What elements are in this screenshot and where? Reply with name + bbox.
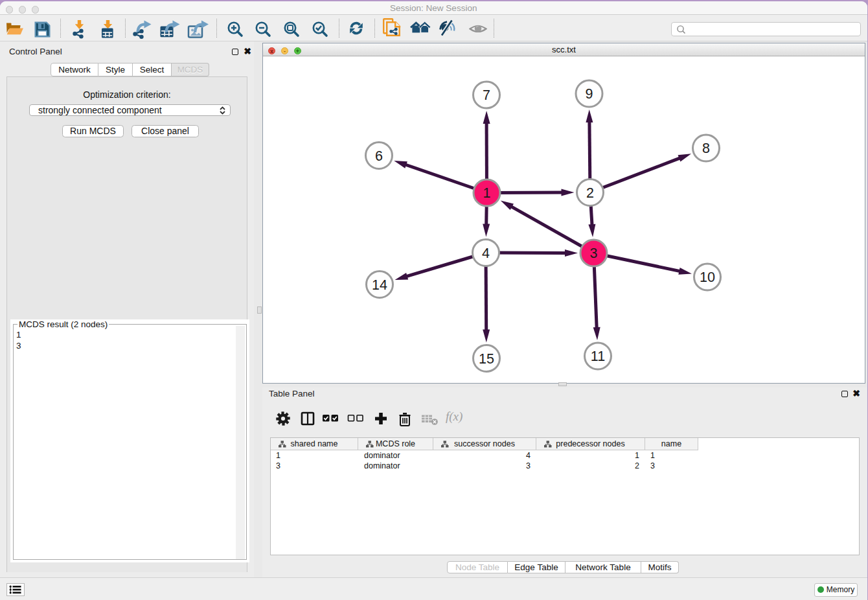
svg-text:10: 10 — [700, 270, 715, 285]
svg-text:4: 4 — [482, 246, 490, 261]
svg-text:11: 11 — [591, 349, 605, 364]
svg-text:1: 1 — [483, 185, 491, 201]
svg-text:7: 7 — [483, 87, 490, 103]
svg-text:6: 6 — [375, 148, 383, 164]
svg-text:9: 9 — [586, 86, 593, 102]
svg-text:8: 8 — [702, 141, 710, 156]
svg-text:15: 15 — [479, 351, 494, 367]
svg-text:14: 14 — [372, 277, 387, 293]
svg-text:3: 3 — [590, 246, 598, 261]
svg-text:2: 2 — [586, 185, 594, 201]
